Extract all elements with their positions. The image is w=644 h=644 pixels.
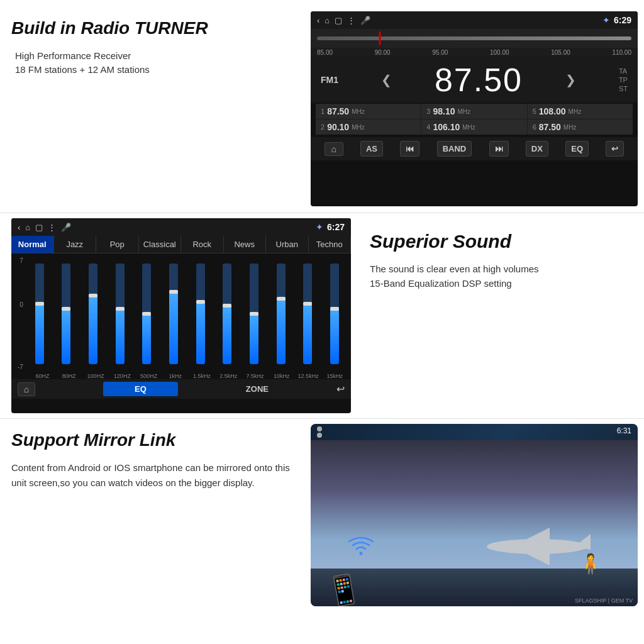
mirror-status-bar: 6:31 [311, 424, 638, 440]
radio-screen: ‹ ⌂ ▢ ⋮ 🎤 ✦ 6:29 85.00 90.00 95.00 100.0… [311, 11, 638, 206]
mirror-desc: Content from Android or IOS smartphone c… [11, 460, 298, 491]
eq-bar-120hz[interactable] [108, 256, 133, 372]
eq-back-icon[interactable]: ‹ [18, 223, 20, 232]
preset-6[interactable]: 6 87.50 MHz [528, 119, 633, 135]
preset-1[interactable]: 1 87.50 MHz [316, 104, 421, 119]
radio-ta-tp-st: TA TP ST [619, 67, 628, 92]
eq-bar-80hz[interactable] [54, 256, 79, 372]
eq-slider-track-80hz [62, 264, 70, 364]
next-freq-button[interactable]: ❯ [565, 72, 576, 87]
eq-bar-2_5khz[interactable] [215, 256, 240, 372]
eq-freq-1_5khz: 1.5kHz [190, 373, 214, 379]
eq-freq-500hz: 500HZ [136, 373, 161, 379]
radio-back-button[interactable]: ↩ [606, 141, 624, 157]
preset-num-5: 5 [533, 108, 536, 115]
eq-bar-12_5khz[interactable] [296, 256, 321, 372]
eq-bar-7_5khz[interactable] [242, 256, 267, 372]
eq-home-icon[interactable]: ⌂ [25, 223, 30, 232]
eq-back-button[interactable]: ↩ [336, 383, 345, 395]
eq-handle-60hz[interactable] [35, 302, 44, 306]
eq-handle-15khz[interactable] [330, 307, 339, 311]
eq-preset-jazz[interactable]: Jazz [54, 236, 97, 253]
eq-info: Superior Sound The sound is clear even a… [351, 218, 638, 299]
eq-preset-rock[interactable]: Rock [181, 236, 224, 253]
home-icon[interactable]: ⌂ [325, 16, 330, 25]
eq-bar-500hz[interactable] [135, 256, 160, 372]
preset-3[interactable]: 3 98.10 MHz [421, 104, 526, 119]
eq-slider-track-1_5khz [196, 264, 205, 364]
eq-toolbar-home-button[interactable]: ⌂ [18, 382, 35, 396]
eq-handle-120hz[interactable] [116, 307, 125, 311]
eq-time: 6:27 [327, 222, 345, 232]
eq-handle-500hz[interactable] [142, 312, 151, 316]
prev-freq-button[interactable]: ❮ [381, 72, 392, 87]
radio-as-button[interactable]: AS [360, 141, 383, 157]
eq-bar-1_5khz[interactable] [188, 256, 213, 372]
eq-fill-1_5khz [196, 302, 205, 364]
radio-dx-button[interactable]: DX [526, 141, 548, 157]
phone-in-hand: 📱 [324, 570, 364, 606]
eq-fill-80hz [62, 309, 70, 364]
freq-label-95: 95.00 [432, 49, 448, 56]
eq-preset-news[interactable]: News [224, 236, 267, 253]
eq-bar-100hz[interactable] [80, 256, 106, 372]
back-icon[interactable]: ‹ [317, 16, 319, 25]
eq-square-icon[interactable]: ▢ [35, 223, 43, 232]
eq-handle-100hz[interactable] [89, 294, 97, 297]
radio-band-button[interactable]: BAND [437, 141, 472, 157]
freq-label-105: 105.00 [551, 49, 570, 56]
freq-label-110: 110.00 [612, 49, 631, 56]
eq-bar-15khz[interactable] [322, 256, 347, 372]
eq-bar-1khz[interactable] [161, 256, 186, 372]
radio-prev-button[interactable]: ⏮ [400, 141, 419, 157]
square-icon[interactable]: ▢ [335, 16, 342, 25]
mirror-brand: SFLAGSHIP | GEM TV [575, 597, 633, 604]
eq-preset-techno[interactable]: Techno [309, 236, 352, 253]
eq-handle-1_5khz[interactable] [196, 300, 205, 304]
eq-fill-12_5khz [303, 304, 312, 364]
eq-handle-12_5khz[interactable] [303, 302, 312, 306]
eq-dots-icon[interactable]: ⋮ [48, 223, 56, 232]
preset-freq-6: 87.50 [539, 122, 561, 132]
mirror-dot2 [317, 433, 322, 438]
radio-main-frequency: 87.50 [435, 61, 523, 99]
mirror-device: 6:31 [311, 424, 638, 606]
mic-icon[interactable]: 🎤 [360, 16, 370, 25]
eq-handle-10khz[interactable] [277, 297, 286, 301]
eq-freq-120hz: 120HZ [110, 373, 135, 379]
radio-freq-bar[interactable] [311, 29, 638, 48]
eq-slider-track-100hz [89, 264, 97, 364]
preset-4[interactable]: 4 106.10 MHz [421, 119, 526, 135]
radio-home-button[interactable]: ⌂ [325, 142, 343, 156]
eq-section: ‹ ⌂ ▢ ⋮ 🎤 ✦ 6:27 Normal Jazz Pop Classic… [0, 213, 644, 418]
wifi-icon [348, 535, 374, 562]
eq-slider-track-12_5khz [303, 264, 312, 364]
svg-marker-1 [512, 528, 550, 547]
preset-2[interactable]: 2 90.10 MHz [316, 119, 421, 135]
eq-mic-icon[interactable]: 🎤 [61, 223, 71, 232]
eq-freq-100hz: 100HZ [84, 373, 108, 379]
eq-handle-1khz[interactable] [169, 290, 178, 294]
eq-handle-80hz[interactable] [62, 307, 70, 311]
radio-eq-button[interactable]: EQ [565, 141, 589, 157]
eq-freq-2_5khz: 2.5kHz [216, 373, 241, 379]
eq-zone-button[interactable]: ZONE [246, 384, 269, 394]
eq-preset-pop[interactable]: Pop [96, 236, 139, 253]
eq-preset-classical[interactable]: Classical [139, 236, 182, 253]
mirror-screen-wrapper: 6:31 [311, 424, 638, 606]
eq-preset-normal[interactable]: Normal [11, 236, 54, 253]
eq-slider-track-2_5khz [223, 264, 231, 364]
dots-icon[interactable]: ⋮ [347, 16, 355, 25]
radio-status-icons: ‹ ⌂ ▢ ⋮ 🎤 [317, 16, 370, 25]
freq-track [317, 36, 631, 40]
eq-eq-button[interactable]: EQ [103, 382, 178, 396]
preset-5[interactable]: 5 108.00 MHz [528, 104, 633, 119]
eq-handle-2_5khz[interactable] [223, 304, 231, 308]
eq-handle-7_5khz[interactable] [250, 312, 258, 316]
radio-next-button[interactable]: ⏭ [489, 141, 509, 157]
radio-time: 6:29 [614, 15, 631, 25]
eq-preset-urban[interactable]: Urban [266, 236, 309, 253]
eq-bar-10khz[interactable] [269, 256, 294, 372]
level-0: 0 [18, 301, 23, 308]
eq-bar-60hz[interactable] [27, 256, 52, 372]
